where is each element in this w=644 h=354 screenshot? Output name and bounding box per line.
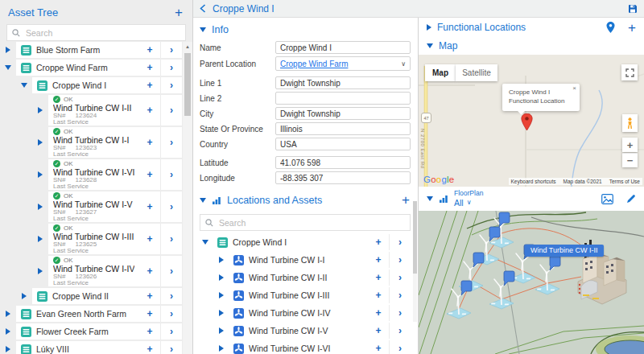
add-child-icon[interactable]: + [139,45,160,55]
open-detail-button[interactable]: › [160,42,182,58]
google-logo[interactable]: Google [423,175,454,184]
scrollbar-thumb[interactable] [184,53,191,116]
infowindow-close-icon[interactable]: × [572,85,576,92]
open-detail-button[interactable]: › [160,306,182,322]
add-child-icon[interactable]: + [139,344,160,354]
expand-toggle-icon[interactable] [38,171,43,178]
latitude-field[interactable] [275,156,411,169]
floorplan-filter[interactable]: All∨ [454,198,596,208]
tree-row[interactable]: ✓OK Wind Turbine CW I-V SN#123627 Last S… [32,191,182,222]
map-canvas[interactable]: Map Satellite + − 47 N 2700 East Rd Crop… [419,55,644,187]
map-marker-pin[interactable] [521,113,533,131]
zoom-in-button[interactable]: + [622,138,638,152]
add-child-icon[interactable]: + [368,255,389,265]
add-child-icon[interactable]: + [139,138,160,147]
add-child-icon[interactable]: + [139,105,160,115]
open-detail-button[interactable]: › [160,224,182,254]
open-detail-button[interactable]: › [160,60,182,76]
keyboard-shortcuts-link[interactable]: Keyboard shortcuts [511,179,556,184]
zoom-out-button[interactable]: − [622,153,638,167]
scrollbar-thumb[interactable] [413,201,417,274]
locations-assets-search-input[interactable] [217,217,405,228]
expand-toggle-icon[interactable] [219,345,224,352]
add-location-asset-icon[interactable]: + [402,193,410,207]
expand-toggle-icon[interactable] [219,310,224,316]
add-child-icon[interactable]: + [139,202,160,212]
add-child-icon[interactable]: + [139,309,160,319]
list-row[interactable]: Wind Turbine CW I-III + › [214,287,411,303]
open-detail-button[interactable]: › [160,159,182,190]
locations-assets-header[interactable]: Locations and Assets + [193,187,418,212]
tree-row[interactable]: Blue Storm Farm + › [0,42,182,58]
floorplan-section-header[interactable]: FloorPlan All∨ [419,187,644,211]
collapse-toggle-icon[interactable] [5,65,11,70]
info-section-header[interactable]: Info [193,18,418,41]
add-child-icon[interactable]: + [139,80,160,90]
longitude-field[interactable] [275,171,411,184]
add-child-icon[interactable]: + [139,63,160,72]
city-field[interactable] [275,107,411,120]
list-row[interactable]: Wind Turbine CW I-V + › [214,323,411,339]
state-field[interactable] [275,122,411,135]
expand-toggle-icon[interactable] [6,47,10,53]
list-row[interactable]: Wind Turbine CW I-IV + › [214,305,411,321]
expand-toggle-icon[interactable] [38,107,43,113]
open-detail-button[interactable]: › [389,305,411,321]
expand-toggle-icon[interactable] [22,293,27,299]
expand-toggle-icon[interactable] [219,257,224,263]
tree-row[interactable]: Flower Creek Farm + › [0,323,182,340]
expand-toggle-icon[interactable] [427,24,431,31]
open-detail-button[interactable]: › [389,234,411,250]
open-detail-button[interactable]: › [389,270,411,286]
expand-toggle-icon[interactable] [6,328,10,335]
scroll-up-icon[interactable]: ▲ [183,42,192,51]
expand-toggle-icon[interactable] [38,139,43,146]
list-row[interactable]: Wind Turbine CW I-II + › [214,270,411,286]
tree-row[interactable]: Lúky VIII + › [0,341,182,354]
open-detail-button[interactable]: › [389,287,411,303]
asset-tree-search-input[interactable] [24,27,180,39]
list-scrollbar[interactable] [413,201,417,322]
tree-row[interactable]: ✓OK Wind Turbine CW I-VI SN#123628 Last … [32,159,182,190]
open-detail-button[interactable]: › [160,95,182,126]
image-view-icon[interactable] [601,194,613,204]
asset-tree-search[interactable] [6,24,186,41]
tree-row[interactable]: ✓OK Wind Turbine CW I-I SN#123623 Last S… [32,127,182,158]
expand-toggle-icon[interactable] [38,268,43,274]
back-icon[interactable] [200,4,206,13]
save-icon[interactable] [628,4,638,14]
add-child-icon[interactable]: + [368,326,389,335]
add-child-icon[interactable]: + [139,234,160,244]
add-functional-location-icon[interactable]: + [628,21,636,35]
open-detail-button[interactable]: › [160,191,182,222]
collapse-toggle-icon[interactable] [427,196,433,201]
floorplan-canvas[interactable]: Wind Turbine CW I-II [419,211,644,354]
map-section-header[interactable]: Map [419,37,644,55]
expand-toggle-icon[interactable] [219,292,224,298]
open-detail-button[interactable]: › [389,323,411,339]
open-detail-button[interactable]: › [389,340,411,354]
collapse-toggle-icon[interactable] [21,83,27,88]
expand-toggle-icon[interactable] [38,204,43,210]
tree-row[interactable]: Croppe Wind Farm + › [0,60,182,76]
open-detail-button[interactable]: › [160,288,182,304]
add-child-icon[interactable]: + [139,266,160,276]
locations-assets-search[interactable] [200,214,411,231]
add-child-icon[interactable]: + [139,170,160,179]
line1-field[interactable] [275,76,411,89]
add-child-icon[interactable]: + [368,237,389,247]
edit-pencil-icon[interactable] [626,194,636,204]
list-row[interactable]: Wind Turbine CW I-I + › [214,252,411,268]
expand-toggle-icon[interactable] [6,311,10,317]
list-row[interactable]: Croppe Wind I + › [198,234,411,250]
add-child-icon[interactable]: + [139,327,160,336]
expand-toggle-icon[interactable] [219,327,224,334]
tree-row[interactable]: Croppe Wind II + › [16,288,182,304]
collapse-toggle-icon[interactable] [200,27,206,32]
functional-locations-header[interactable]: Functional Locations + [419,18,644,37]
open-detail-button[interactable]: › [160,341,182,354]
tree-row[interactable]: Evan Green North Farm + › [0,306,182,322]
name-field[interactable] [275,41,411,54]
tree-row[interactable]: ✓OK Wind Turbine CW I-III SN#123625 Last… [32,224,182,254]
country-field[interactable] [275,138,411,150]
